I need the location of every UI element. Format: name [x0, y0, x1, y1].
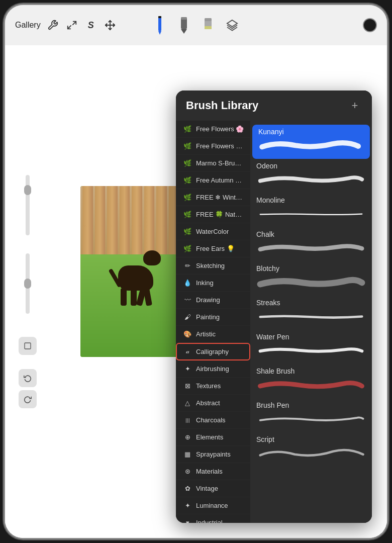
brush-item-blotchy[interactable]: Blotchy: [250, 261, 372, 296]
brush-stroke-kunanyi: [258, 138, 364, 156]
brush-item-chalk[interactable]: Chalk: [250, 227, 372, 261]
category-item-charcoals[interactable]: ⫼Charcoals: [176, 412, 250, 429]
category-icon-industrial: ▾: [183, 519, 192, 523]
brush-name-shale-brush: Shale Brush: [256, 367, 366, 375]
gallery-button[interactable]: Gallery: [15, 21, 41, 30]
wrench-icon[interactable]: [46, 18, 60, 32]
category-icon-drawing: 〰: [183, 296, 192, 304]
category-label-free-winter: FREE ❄ Winter N...: [196, 194, 244, 201]
smudge-icon[interactable]: S: [84, 18, 98, 32]
brush-name-water-pen: Water Pen: [256, 333, 366, 341]
top-right-tools: [363, 18, 377, 32]
top-bar: Gallery S: [5, 5, 387, 45]
category-icon-free-winter: 🌿: [183, 194, 192, 201]
svg-rect-4: [158, 16, 161, 31]
brush-name-odeon: Odeon: [256, 162, 366, 170]
brush-item-monoline[interactable]: Monoline: [250, 193, 372, 227]
category-item-artistic[interactable]: 🎨Artistic: [176, 326, 250, 343]
transform-icon[interactable]: [103, 18, 117, 32]
category-item-vintage[interactable]: ✿Vintage: [176, 480, 250, 497]
brush-item-water-pen[interactable]: Water Pen: [250, 330, 372, 364]
category-item-watercolor[interactable]: 🌿WaterColor: [176, 223, 250, 240]
size-slider[interactable]: [26, 253, 30, 314]
category-label-free-nature: FREE 🍀 Nature: [196, 211, 244, 218]
svg-marker-8: [181, 29, 187, 34]
category-item-elements[interactable]: ⊕Elements: [176, 429, 250, 446]
category-label-elements: Elements: [196, 433, 223, 441]
brush-name-kunanyi: Kunanyi: [258, 128, 364, 136]
category-icon-charcoals: ⫼: [183, 416, 192, 424]
category-label-materials: Materials: [196, 468, 223, 475]
brush-stroke-water-pen: [256, 343, 366, 361]
eraser-tool[interactable]: [200, 17, 216, 33]
category-icon-free-flowers-v2: 🌿: [183, 142, 192, 150]
center-tools: [152, 17, 240, 33]
category-item-materials[interactable]: ⊛Materials: [176, 463, 250, 480]
category-icon-airbrushing: ✦: [183, 365, 192, 373]
svg-line-0: [73, 22, 76, 25]
layers-tool[interactable]: [224, 17, 240, 33]
category-icon-vintage: ✿: [183, 485, 192, 492]
category-item-inking[interactable]: 💧Inking: [176, 275, 250, 292]
category-icon-free-ears: 🌿: [183, 245, 192, 252]
category-item-textures[interactable]: ⊠Textures: [176, 378, 250, 395]
brush-panel-title: Brush Library: [186, 99, 258, 112]
pencil-tool[interactable]: [152, 17, 168, 33]
brush-item-shale-brush[interactable]: Shale Brush: [250, 364, 372, 398]
category-item-free-ears[interactable]: 🌿Free Ears 💡: [176, 240, 250, 257]
color-circle[interactable]: [363, 18, 377, 32]
dog-photo: [80, 186, 181, 357]
brush-item-kunanyi[interactable]: Kunanyi: [252, 125, 370, 159]
category-item-painting[interactable]: 🖌Painting: [176, 309, 250, 326]
brush-stroke-blotchy: [256, 275, 366, 293]
category-item-abstract[interactable]: △Abstract: [176, 395, 250, 412]
sidebar-toggle-btn[interactable]: [19, 337, 37, 355]
category-item-sketching[interactable]: ✏Sketching: [176, 257, 250, 275]
category-icon-elements: ⊕: [183, 433, 192, 441]
brush-item-script[interactable]: Script: [250, 432, 372, 467]
magic-wand-icon[interactable]: [65, 18, 79, 32]
canvas-area: Brush Library + 🌿Free Flowers 🌸🌿Free Flo…: [5, 45, 387, 538]
opacity-slider[interactable]: [26, 175, 30, 235]
redo-button[interactable]: [19, 390, 37, 408]
category-item-calligraphy[interactable]: 𝒶Calligraphy: [176, 343, 250, 360]
brush-panel-header: Brush Library +: [176, 90, 372, 121]
brush-item-streaks[interactable]: Streaks: [250, 296, 372, 330]
marker-tool[interactable]: [176, 17, 192, 33]
category-label-abstract: Abstract: [196, 399, 220, 407]
category-label-inking: Inking: [196, 279, 214, 287]
category-icon-free-autumn: 🌿: [183, 176, 192, 184]
category-label-marmo: Marmo S-Brush Pack: [196, 159, 244, 167]
category-item-industrial[interactable]: ▾Industrial: [176, 514, 250, 523]
category-item-marmo[interactable]: 🌿Marmo S-Brush Pack: [176, 155, 250, 172]
svg-rect-9: [181, 17, 187, 20]
svg-marker-5: [158, 31, 161, 35]
category-label-charcoals: Charcoals: [196, 416, 226, 424]
brush-name-streaks: Streaks: [256, 299, 366, 307]
category-item-free-winter[interactable]: 🌿FREE ❄ Winter N...: [176, 189, 250, 206]
category-label-free-autumn: Free Autumn Brushes...: [196, 176, 244, 184]
brush-item-brush-pen[interactable]: Brush Pen: [250, 398, 372, 432]
category-label-free-flowers: Free Flowers 🌸: [196, 125, 244, 133]
category-item-luminance[interactable]: ✦Luminance: [176, 497, 250, 514]
brush-stroke-odeon: [256, 172, 366, 190]
category-item-drawing[interactable]: 〰Drawing: [176, 292, 250, 309]
brush-name-blotchy: Blotchy: [256, 264, 366, 273]
category-label-painting: Painting: [196, 313, 220, 321]
undo-button[interactable]: [19, 369, 37, 387]
category-item-free-flowers-v2[interactable]: 🌿Free Flowers 🌸 V.2: [176, 138, 250, 155]
brush-stroke-streaks: [256, 309, 366, 327]
category-item-free-autumn[interactable]: 🌿Free Autumn Brushes...: [176, 172, 250, 189]
add-brush-button[interactable]: +: [348, 99, 362, 113]
category-item-free-nature[interactable]: 🌿FREE 🍀 Nature: [176, 206, 250, 223]
category-icon-painting: 🖌: [183, 313, 192, 321]
category-item-free-flowers[interactable]: 🌿Free Flowers 🌸: [176, 121, 250, 138]
top-tools: S: [46, 18, 117, 32]
category-item-airbrushing[interactable]: ✦Airbrushing: [176, 360, 250, 378]
brush-stroke-chalk: [256, 240, 366, 258]
brush-item-odeon[interactable]: Odeon: [250, 159, 372, 193]
category-label-vintage: Vintage: [196, 485, 218, 492]
category-icon-spraypaints: ▦: [183, 450, 192, 458]
device: Gallery S: [5, 5, 387, 538]
category-item-spraypaints[interactable]: ▦Spraypaints: [176, 446, 250, 463]
